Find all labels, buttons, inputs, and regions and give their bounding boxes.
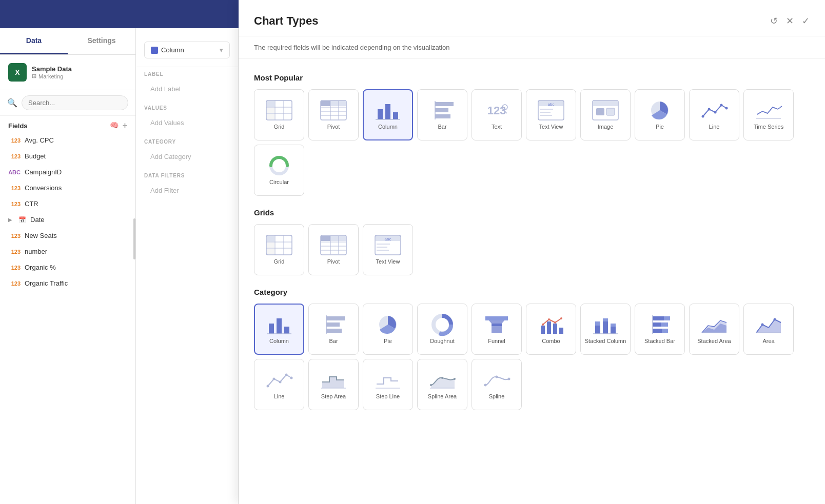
add-category-btn[interactable]: Add Category (144, 149, 230, 165)
svg-text:abc: abc (548, 102, 555, 107)
chart-item-circular[interactable]: Circular (254, 145, 304, 196)
svg-rect-34 (593, 101, 618, 106)
svg-rect-17 (385, 104, 390, 119)
chart-item-pie-cat[interactable]: Pie (363, 304, 413, 355)
field-avg-cpc[interactable]: 123 Avg. CPC (0, 132, 135, 148)
confirm-icon[interactable]: ✓ (802, 15, 810, 27)
svg-rect-68 (284, 327, 289, 334)
svg-rect-22 (435, 114, 450, 118)
chart-item-text-view2[interactable]: abc Text View (363, 224, 413, 275)
chart-item-grid[interactable]: Grid (254, 89, 304, 140)
tab-data[interactable]: Data (0, 28, 68, 54)
chart-label-doughnut: Doughnut (430, 338, 455, 344)
chart-label-bar: Bar (438, 124, 446, 130)
brain-icon[interactable]: 🧠 (110, 121, 119, 130)
datasource-table: Marketing (38, 73, 63, 79)
chart-item-funnel[interactable]: Funnel (472, 304, 522, 355)
tab-settings[interactable]: Settings (68, 28, 135, 54)
fields-header: Fields 🧠 + (0, 116, 135, 132)
field-type-123: 123 (8, 249, 21, 255)
category-section-title: CATEGORY (144, 139, 230, 145)
chart-item-stacked-bar[interactable]: Stacked Bar (635, 304, 685, 355)
refresh-icon[interactable]: ↺ (770, 15, 778, 27)
svg-rect-87 (595, 326, 600, 334)
most-popular-title: Most Popular (254, 73, 810, 82)
chart-item-step-area[interactable]: Step Area (308, 359, 359, 410)
field-organic-pct[interactable]: 123 Organic % (0, 259, 135, 275)
chart-item-grid2[interactable]: Grid (254, 224, 304, 275)
chart-label-grid: Grid (274, 124, 285, 130)
expand-icon: ▶ (8, 217, 12, 223)
chart-label-circular: Circular (269, 179, 289, 185)
chart-label-funnel: Funnel (488, 338, 505, 344)
field-budget[interactable]: 123 Budget (0, 148, 135, 164)
chart-item-stacked-area[interactable]: Stacked Area (689, 304, 739, 355)
chart-item-pivot[interactable]: Pivot (308, 89, 359, 140)
scrollbar[interactable] (133, 218, 135, 259)
close-icon[interactable]: ✕ (786, 15, 794, 27)
svg-rect-79 (541, 326, 545, 334)
chart-item-spline[interactable]: Spline (472, 359, 522, 410)
svg-rect-95 (664, 316, 670, 320)
field-new-seats[interactable]: 123 New Seats (0, 228, 135, 244)
chart-item-area[interactable]: Area (743, 304, 794, 355)
dropdown-color-indicator (151, 47, 158, 54)
svg-point-41 (720, 104, 723, 107)
svg-rect-94 (653, 316, 664, 320)
chart-label-text-view: Text View (539, 124, 563, 130)
modal-subtitle: The required fields will be indicated de… (239, 36, 825, 59)
column-type-dropdown[interactable]: Column ▾ (144, 42, 230, 58)
svg-rect-21 (435, 108, 448, 112)
add-values-btn[interactable]: Add Values (144, 115, 230, 131)
data-source: X Sample Data ⊞ Marketing (0, 55, 135, 90)
chart-item-col-cat[interactable]: Column (254, 304, 304, 355)
chart-item-line[interactable]: Line (689, 89, 739, 140)
svg-rect-92 (611, 324, 616, 327)
chart-item-bar[interactable]: Bar (417, 89, 467, 140)
svg-rect-59 (321, 236, 330, 241)
svg-text:abc: abc (385, 237, 391, 241)
chart-item-doughnut[interactable]: Doughnut (417, 304, 467, 355)
add-field-icon[interactable]: + (123, 121, 127, 130)
chart-item-line-cat[interactable]: Line (254, 359, 304, 410)
svg-rect-81 (553, 324, 557, 334)
chart-label-spline: Spline (489, 393, 505, 399)
chart-label-time-series: Time Series (754, 124, 783, 130)
chart-item-text-view[interactable]: abc Text View (526, 89, 576, 140)
chart-item-spline-area[interactable]: Spline Area (417, 359, 467, 410)
dropdown-chevron: ▾ (220, 46, 223, 54)
chart-label-stacked-column: Stacked Column (585, 338, 626, 344)
chart-item-image[interactable]: Image (580, 89, 631, 140)
chart-item-pie[interactable]: Pie (635, 89, 685, 140)
svg-rect-51 (267, 249, 274, 254)
chart-item-text[interactable]: 123 Text (472, 89, 522, 140)
add-label-btn[interactable]: Add Label (144, 81, 230, 97)
chart-item-pivot2[interactable]: Pivot (308, 224, 359, 275)
field-date[interactable]: ▶ 📅 Date (0, 212, 135, 228)
chart-item-time-series[interactable]: Time Series (743, 89, 794, 140)
chart-item-step-line[interactable]: Step Line (363, 359, 413, 410)
field-ctr[interactable]: 123 CTR (0, 196, 135, 212)
field-type-123: 123 (8, 137, 21, 144)
search-input[interactable] (22, 95, 128, 110)
field-campaignid[interactable]: ABC CampaignID (0, 164, 135, 180)
svg-point-38 (702, 115, 704, 118)
svg-rect-88 (595, 321, 600, 326)
chart-label-column: Column (378, 124, 398, 130)
add-filter-btn[interactable]: Add Filter (144, 183, 230, 198)
svg-rect-7 (267, 114, 274, 119)
chart-item-combo[interactable]: Combo (526, 304, 576, 355)
field-organic-traffic[interactable]: 123 Organic Traffic (0, 275, 135, 291)
svg-rect-66 (269, 324, 274, 334)
field-type-123: 123 (8, 280, 21, 287)
svg-point-86 (560, 317, 562, 319)
chart-label-pie-cat: Pie (384, 338, 392, 344)
field-type-123: 123 (8, 153, 21, 159)
svg-point-83 (542, 324, 544, 326)
chart-item-bar-cat[interactable]: Bar (308, 304, 359, 355)
chart-item-stacked-column[interactable]: Stacked Column (580, 304, 631, 355)
field-conversions[interactable]: 123 Conversions (0, 180, 135, 196)
field-number[interactable]: 123 number (0, 244, 135, 259)
sidebar-tabs: Data Settings (0, 28, 135, 55)
chart-item-column[interactable]: Column (363, 89, 413, 140)
